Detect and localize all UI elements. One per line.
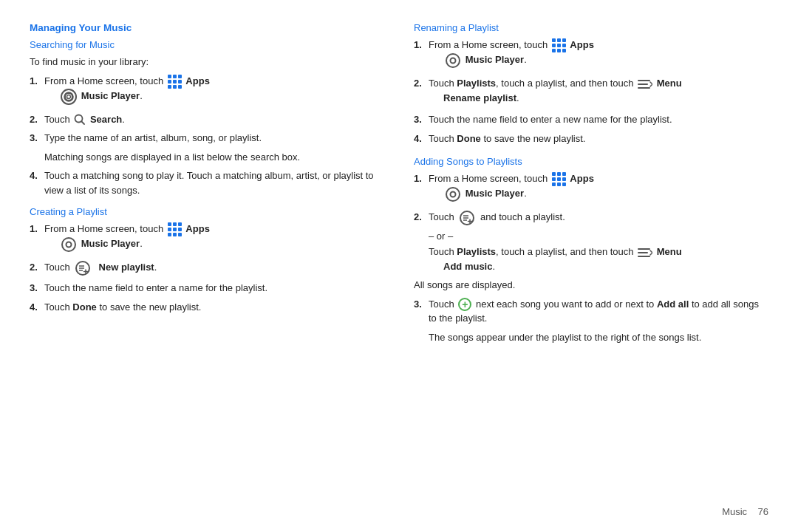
step-4-content: Touch a matching song to play it. Touch … (44, 168, 384, 197)
adding-steps: 1. From a Home screen, touch Apps Music … (414, 171, 768, 226)
create-step-3-content: Touch the name field to enter a name for… (44, 281, 384, 296)
add-or-sub: Add music. (443, 259, 768, 274)
create-step-1-content: From a Home screen, touch Apps Music Pla… (44, 222, 384, 256)
add-step-2: 2. Touch and touch a playlist. (414, 210, 768, 226)
page-footer: Music 76 (722, 506, 768, 517)
right-column: Renaming a Playlist 1. From a Home scree… (414, 22, 768, 510)
create-step-1: 1. From a Home screen, touch Apps Music … (30, 222, 384, 256)
svg-point-1 (67, 95, 71, 98)
apps-icon-3 (552, 38, 566, 52)
searching-section: Searching for Music To find music in you… (30, 39, 384, 197)
rename-step-1: 1. From a Home screen, touch Apps Music … (414, 38, 768, 72)
create-step-1-sub: Music Player. (59, 236, 384, 253)
music-player-icon-1 (61, 89, 77, 105)
step-num-2: 2. (30, 112, 44, 127)
rename-step-3-content: Touch the name field to enter a new name… (429, 112, 768, 127)
create-num-1: 1. (30, 222, 44, 256)
searching-note: Matching songs are displayed in a list b… (44, 150, 384, 165)
search-step-1: 1. From a Home screen, touch Apps Music … (30, 74, 384, 108)
step-num-1: 1. (30, 74, 44, 108)
rename-step-1-sub: Music Player. (443, 52, 768, 69)
renaming-title: Renaming a Playlist (414, 22, 768, 33)
add-step-3: 3. Touch + next each song you want to ad… (414, 297, 768, 326)
add-step-3-content: Touch + next each song you want to add o… (429, 297, 768, 326)
step-2-content: Touch Search. (44, 112, 384, 127)
apps-icon-1 (168, 75, 182, 89)
left-column: Managing Your Music Searching for Music … (30, 22, 384, 510)
rename-num-4: 4. (414, 132, 429, 146)
add-step-2-content: Touch and touch a playlist. (429, 210, 768, 226)
create-num-2: 2. (30, 260, 44, 276)
rename-step-2-content: Touch Playlists, touch a playlist, and t… (429, 76, 768, 108)
adding-section: Adding Songs to Playlists 1. From a Home… (414, 156, 768, 344)
svg-point-18 (451, 192, 456, 197)
apps-icon-2 (168, 222, 182, 236)
add-or-text: Touch Playlists, touch a playlist, and t… (429, 245, 768, 273)
searching-intro: To find music in your library: (30, 55, 384, 69)
create-num-3: 3. (30, 281, 44, 296)
rename-step-4-content: Touch Done to save the new playlist. (429, 132, 768, 146)
rename-step-4: 4. Touch Done to save the new playlist. (414, 132, 768, 146)
rename-num-1: 1. (414, 38, 429, 72)
rename-step-3: 3. Touch the name field to enter a new n… (414, 112, 768, 127)
add-step-1-content: From a Home screen, touch Apps Music Pla… (429, 171, 768, 205)
svg-point-17 (446, 188, 460, 201)
add-num-1: 1. (414, 171, 429, 205)
create-step-4: 4. Touch Done to save the new playlist. (30, 300, 384, 315)
menu-icon-1 (638, 78, 652, 90)
svg-point-13 (451, 58, 456, 64)
searching-steps: 1. From a Home screen, touch Apps Music … (30, 74, 384, 146)
create-step-2: 2. Touch New playlist. (30, 260, 384, 276)
searching-step4: 4. Touch a matching song to play it. Tou… (30, 168, 384, 197)
renaming-section: Renaming a Playlist 1. From a Home scree… (414, 22, 768, 146)
songs-appear-note: The songs appear under the playlist to t… (429, 330, 768, 345)
step-num-3: 3. (30, 131, 44, 146)
create-step-2-content: Touch New playlist. (44, 260, 384, 276)
managing-music-title: Managing Your Music (30, 22, 384, 33)
music-player-icon-3 (445, 52, 461, 69)
search-step-4: 4. Touch a matching song to play it. Tou… (30, 168, 384, 197)
add-step3: 3. Touch + next each song you want to ad… (414, 297, 768, 326)
svg-line-3 (81, 121, 84, 124)
add-num-2: 2. (414, 210, 429, 226)
create-step-3: 3. Touch the name field to enter a name … (30, 281, 384, 296)
step-3-content: Type the name of an artist, album, song,… (44, 131, 384, 146)
rename-step-2: 2. Touch Playlists, touch a playlist, an… (414, 76, 768, 108)
footer-label: Music (722, 506, 747, 517)
rename-step-1-content: From a Home screen, touch Apps Music Pla… (429, 38, 768, 72)
search-step-2: 2. Touch Search. (30, 112, 384, 127)
menu-icon-2 (638, 247, 652, 259)
plus-icon: + (458, 298, 471, 311)
rename-num-3: 3. (414, 112, 429, 127)
svg-point-4 (62, 238, 75, 251)
step-1-content: From a Home screen, touch Apps Music Pla… (44, 74, 384, 108)
step-1-sub: Music Player. (59, 89, 384, 105)
searching-title: Searching for Music (30, 39, 384, 50)
all-songs-text: All songs are displayed. (414, 278, 768, 293)
search-icon (74, 114, 86, 126)
adding-title: Adding Songs to Playlists (414, 156, 768, 167)
apps-icon-4 (552, 172, 566, 186)
page-layout: Managing Your Music Searching for Music … (30, 22, 768, 510)
newplaylist-icon (74, 260, 92, 276)
creating-steps: 1. From a Home screen, touch Apps Music … (30, 222, 384, 314)
rename-num-2: 2. (414, 76, 429, 108)
renaming-steps: 1. From a Home screen, touch Apps Music … (414, 38, 768, 146)
creating-section: Creating a Playlist 1. From a Home scree… (30, 206, 384, 314)
page-number: 76 (758, 506, 768, 517)
add-step-1-sub: Music Player. (443, 186, 768, 202)
music-player-icon-2 (61, 236, 77, 253)
add-num-3: 3. (414, 297, 429, 326)
create-step-4-content: Touch Done to save the new playlist. (44, 300, 384, 315)
rename-step-2-sub: Rename playlist. (443, 91, 768, 106)
svg-point-0 (64, 92, 73, 101)
create-num-4: 4. (30, 300, 44, 315)
music-player-icon-4 (445, 186, 461, 202)
or-separator: – or – (429, 231, 768, 242)
search-step-3: 3. Type the name of an artist, album, so… (30, 131, 384, 146)
step-num-4: 4. (30, 168, 44, 197)
svg-point-12 (446, 54, 460, 67)
svg-point-5 (66, 242, 72, 248)
playlist-icon-2 (458, 210, 476, 226)
add-step-1: 1. From a Home screen, touch Apps Music … (414, 171, 768, 205)
